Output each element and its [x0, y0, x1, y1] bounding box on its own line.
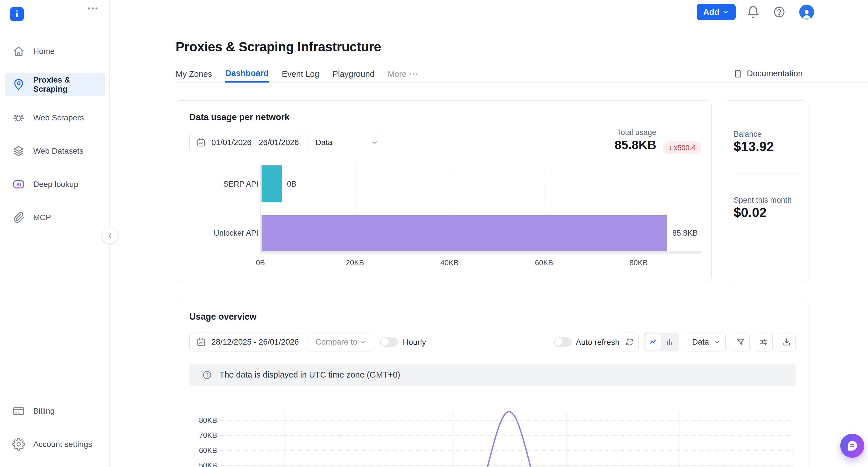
sidebar-item-label: Web Datasets: [33, 146, 83, 156]
bar-category-label: SERP API: [182, 179, 258, 188]
credit-card-icon: [12, 405, 25, 418]
sidebar-item-account-settings[interactable]: Account settings: [5, 433, 105, 456]
usage-data-dropdown-value: Data: [692, 338, 709, 347]
sidebar-item-label: Proxies & Scraping: [33, 76, 105, 94]
ellipsis-icon: •••: [409, 70, 418, 78]
y-axis-tick: 50KB: [193, 461, 217, 467]
data-type-dropdown[interactable]: Data: [307, 133, 385, 152]
sidebar-item-label: Account settings: [33, 440, 92, 449]
sidebar-nav: HomeProxies & ScrapingWeb ScrapersWeb Da…: [0, 40, 110, 229]
bar-value-label: 0B: [287, 179, 297, 188]
usage-change-value: x500.4: [674, 144, 695, 152]
tab-my-zones[interactable]: My Zones: [176, 65, 212, 83]
download-button[interactable]: [778, 332, 796, 351]
spider-icon: [12, 111, 25, 124]
bar-serp-api[interactable]: [261, 166, 282, 202]
bar-chart-plot-area: 0B85.8KB: [260, 164, 701, 254]
brand-logo[interactable]: i: [10, 7, 24, 21]
sidebar-item-proxies-scraping[interactable]: Proxies & Scraping: [5, 73, 105, 96]
toggle-knob: [381, 338, 389, 346]
y-axis-tick: 60KB: [193, 446, 217, 455]
sidebar-footer-nav: BillingAccount settings: [0, 400, 110, 456]
y-axis-tick: 80KB: [193, 416, 217, 425]
sidebar-item-web-datasets[interactable]: Web Datasets: [5, 140, 105, 163]
total-usage-label: Total usage: [617, 128, 656, 137]
sidebar-item-label: Billing: [33, 407, 55, 416]
refresh-button[interactable]: [621, 332, 639, 351]
sidebar-item-label: Deep lookup: [33, 180, 78, 189]
sidebar-item-billing[interactable]: Billing: [5, 400, 105, 422]
x-axis-tick: 20KB: [346, 258, 364, 267]
calendar-chart-icon: [196, 137, 206, 148]
sidebar-item-home[interactable]: Home: [5, 40, 105, 63]
bar-category-label: Unlocker API: [182, 229, 258, 238]
user-avatar[interactable]: [799, 5, 814, 20]
x-axis-tick: 0B: [256, 258, 265, 267]
add-button[interactable]: Add: [697, 4, 736, 20]
date-range-picker[interactable]: 01/01/2026 - 26/01/2026: [189, 133, 302, 152]
data-usage-bar-chart: 0B85.8KB 0B20KB40KB60KB80KBSERP APIUnloc…: [176, 164, 712, 273]
usage-overview-card: Usage overview 28/12/2025 - 26/01/2026 C…: [176, 300, 808, 467]
bar-chart-icon: [665, 338, 674, 346]
sidebar-item-deep-lookup[interactable]: AIDeep lookup: [5, 173, 105, 196]
svg-text:AI: AI: [16, 182, 21, 187]
person-icon: [801, 8, 812, 20]
documentation-label: Documentation: [747, 69, 803, 78]
tab-dashboard[interactable]: Dashboard: [225, 65, 269, 83]
x-axis-tick: 40KB: [440, 258, 459, 267]
tab-label: More: [388, 69, 406, 79]
gridline: [792, 412, 793, 467]
usage-change-badge: ↓ x500.4: [663, 141, 701, 154]
tab-event-log[interactable]: Event Log: [282, 65, 319, 83]
chat-bubble-icon: [846, 439, 859, 453]
line-chart-toggle[interactable]: [645, 334, 661, 350]
usage-data-dropdown[interactable]: Data: [685, 332, 725, 351]
auto-refresh-toggle[interactable]: [554, 338, 572, 347]
bar-value-label: 85.8KB: [672, 229, 698, 238]
chevron-down-icon: [371, 139, 378, 146]
settings-sliders-button[interactable]: [755, 332, 773, 351]
sidebar: i ••• HomeProxies & ScrapingWeb Scrapers…: [0, 0, 110, 467]
hourly-label: Hourly: [403, 338, 426, 347]
tab-playground[interactable]: Playground: [332, 65, 374, 83]
notifications-bell-icon[interactable]: [747, 5, 760, 19]
total-usage-value: 85.8KB: [615, 138, 656, 152]
paperclip-icon: [12, 211, 25, 224]
sidebar-item-mcp[interactable]: MCP: [5, 206, 105, 229]
layers-icon: [12, 145, 25, 158]
bar-chart-toggle[interactable]: [662, 334, 677, 350]
filter-button[interactable]: [732, 332, 750, 351]
tab-label: My Zones: [176, 69, 212, 79]
auto-refresh-label: Auto refresh: [576, 338, 620, 347]
bar-unlocker-api[interactable]: [261, 215, 667, 251]
documentation-link[interactable]: Documentation: [734, 69, 803, 78]
help-icon[interactable]: [773, 6, 785, 18]
balance-card: Balance $13.92 Spent this month $0.02: [725, 100, 808, 282]
info-icon: [202, 370, 212, 380]
tab-label: Dashboard: [225, 68, 269, 78]
sidebar-collapse-button[interactable]: [102, 228, 118, 244]
sidebar-item-web-scrapers[interactable]: Web Scrapers: [5, 106, 105, 129]
toggle-knob: [555, 338, 563, 346]
usage-date-range-picker[interactable]: 28/12/2025 - 26/01/2026: [189, 332, 302, 351]
usage-date-range-value: 28/12/2025 - 26/01/2026: [211, 338, 299, 347]
line-chart-icon: [649, 338, 657, 346]
hourly-toggle[interactable]: [380, 338, 398, 347]
sliders-icon: [759, 337, 769, 347]
timezone-banner-text: The data is displayed in UTC time zone (…: [219, 370, 400, 380]
document-icon: [734, 69, 743, 78]
sidebar-item-label: Web Scrapers: [33, 113, 84, 122]
ai-badge-icon: AI: [12, 178, 25, 191]
chat-widget-button[interactable]: [840, 434, 864, 458]
sidebar-item-label: Home: [33, 47, 55, 56]
sidebar-item-label: MCP: [33, 213, 51, 222]
compare-to-dropdown[interactable]: Compare to: [307, 332, 373, 351]
chevron-down-icon: [713, 338, 721, 346]
compare-to-label: Compare to: [315, 338, 357, 347]
brand-logo-glyph: i: [16, 9, 18, 20]
sidebar-overflow-menu-icon[interactable]: •••: [88, 4, 99, 13]
spent-this-month-value: $0.02: [734, 205, 767, 220]
location-pin-icon: [12, 78, 25, 91]
tab-more[interactable]: More•••: [388, 65, 418, 83]
tab-label: Event Log: [282, 69, 319, 79]
